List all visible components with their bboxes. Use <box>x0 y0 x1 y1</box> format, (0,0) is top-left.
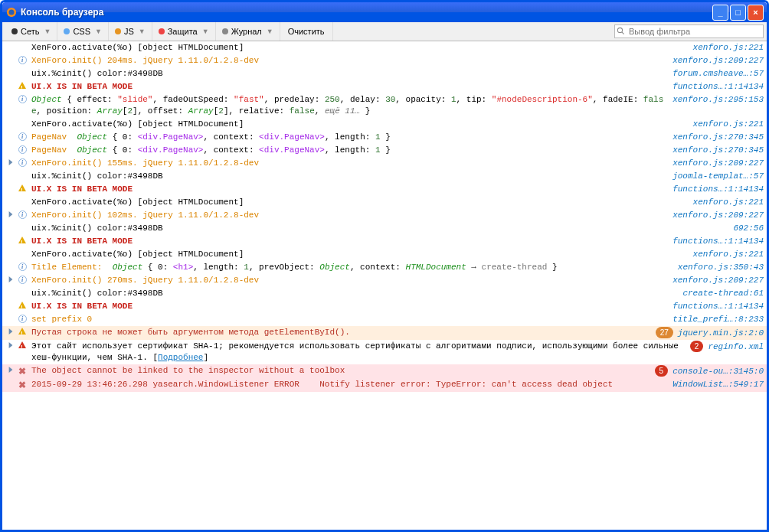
log-row[interactable]: iPageNav Object { 0: <div.PageNav>, cont… <box>2 144 767 157</box>
log-row[interactable]: ✖2015-09-29 13:46:26.298 yasearch.Window… <box>2 378 767 392</box>
log-source-link[interactable]: xenforo.js:270:345 <box>666 145 764 156</box>
warning-icon <box>18 184 26 191</box>
log-row[interactable]: Пустая строка не может быть аргументом м… <box>2 326 767 340</box>
filter-log-button[interactable]: Журнал▼ <box>216 22 280 41</box>
log-row[interactable]: uix.%cinit() color:#3498DB692:56 <box>2 222 767 235</box>
filter-css-label: CSS <box>73 27 90 36</box>
log-row[interactable]: XenForo.activate(%o) [object HTMLDocumen… <box>2 41 767 54</box>
log-row[interactable]: ✖The object cannot be linked to the insp… <box>2 364 767 378</box>
log-message: set prefix 0 <box>28 314 666 325</box>
log-source-link[interactable]: forum.cmsheave…:57 <box>666 68 764 80</box>
log-source-link[interactable]: create-thread:61 <box>676 288 764 299</box>
log-source-link[interactable]: xenforo.js:221 <box>687 197 764 208</box>
window-controls: _ □ × <box>712 5 764 21</box>
log-row[interactable]: XenForo.activate(%o) [object HTMLDocumen… <box>2 118 767 131</box>
log-source-link[interactable]: xenforo.js:295:153 <box>666 94 764 106</box>
toolbar: Сеть▼ CSS▼ JS▼ Защита▼ Журнал▼ Очистить <box>2 22 767 41</box>
log-source-link[interactable]: 692:56 <box>727 223 764 234</box>
log-row[interactable]: UI.X IS IN BETA MODEfunctions…:1:14134 <box>2 80 767 93</box>
log-message: XenForo.activate(%o) [object HTMLDocumen… <box>28 249 687 260</box>
log-row[interactable]: uix.%cinit() color:#3498DBcreate-thread:… <box>2 287 767 300</box>
collapse-toggle-icon[interactable] <box>8 276 14 282</box>
log-message: XenForo.init() 204ms. jQuery 1.11.0/1.2.… <box>28 55 666 67</box>
log-source-link[interactable]: functions…:1:14134 <box>666 184 764 195</box>
log-source-link[interactable]: functions…:1:14134 <box>666 301 764 312</box>
log-source-link[interactable]: xenforo.js:350:43 <box>672 262 764 273</box>
log-source-link[interactable]: 27jquery.min.js:2:0 <box>650 327 764 339</box>
log-source-link[interactable]: xenforo.js:270:345 <box>666 132 764 143</box>
collapse-toggle-icon[interactable] <box>8 328 14 335</box>
log-row[interactable]: UI.X IS IN BETA MODEfunctions…:1:14134 <box>2 300 767 313</box>
count-badge: 27 <box>656 327 673 338</box>
log-row[interactable]: iXenForo.init() 270ms. jQuery 1.11.0/1.2… <box>2 274 767 287</box>
collapse-toggle-icon[interactable] <box>8 342 14 348</box>
log-message: XenForo.init() 155ms. jQuery 1.11.0/1.2.… <box>28 158 666 169</box>
log-message: UI.X IS IN BETA MODE <box>28 236 666 247</box>
log-row[interactable]: uix.%cinit() color:#3498DBjoomla-templat… <box>2 170 767 183</box>
log-source-link[interactable]: 5console-ou…:3145:0 <box>649 365 764 377</box>
log-row[interactable]: iXenForo.init() 102ms. jQuery 1.11.0/1.2… <box>2 209 767 222</box>
log-row[interactable]: uix.%cinit() color:#3498DBforum.cmsheave… <box>2 67 767 80</box>
log-message: PageNav Object { 0: <div.PageNav>, conte… <box>28 145 666 156</box>
log-row[interactable]: iXenForo.init() 155ms. jQuery 1.11.0/1.2… <box>2 157 767 170</box>
log-message: XenForo.activate(%o) [object HTMLDocumen… <box>28 42 687 54</box>
log-source-link[interactable]: WindowList…:549:17 <box>666 379 764 390</box>
search-icon <box>617 27 625 37</box>
log-row[interactable]: iset prefix 0title_prefi…:8:233 <box>2 313 767 326</box>
log-source-link[interactable]: joomla-templat…:57 <box>666 171 764 182</box>
log-message: Title Element: Object { 0: <h1>, length:… <box>28 262 672 273</box>
info-icon: i <box>18 95 27 103</box>
filter-security-button[interactable]: Защита▼ <box>152 22 216 41</box>
log-source-link[interactable]: xenforo.js:209:227 <box>666 158 764 169</box>
log-row[interactable]: Этот сайт использует сертификат SHA-1; р… <box>2 340 767 364</box>
log-message: uix.%cinit() color:#3498DB <box>28 171 666 182</box>
filter-css-button[interactable]: CSS▼ <box>57 22 109 41</box>
log-message: 2015-09-29 13:46:26.298 yasearch.WindowL… <box>28 379 666 390</box>
collapse-toggle-icon[interactable] <box>8 211 14 217</box>
collapse-toggle-icon[interactable] <box>8 159 14 165</box>
log-source-link[interactable]: xenforo.js:221 <box>687 249 764 260</box>
info-icon: i <box>18 211 27 219</box>
log-source-link[interactable]: xenforo.js:221 <box>687 42 764 54</box>
log-row[interactable]: iTitle Element: Object { 0: <h1>, length… <box>2 261 767 274</box>
filter-input[interactable] <box>614 24 764 38</box>
collapse-toggle-icon[interactable] <box>8 367 14 373</box>
log-row[interactable]: UI.X IS IN BETA MODEfunctions…:1:14134 <box>2 183 767 196</box>
browser-console-window: Консоль браузера _ □ × Сеть▼ CSS▼ JS▼ За… <box>0 0 769 532</box>
dot-icon <box>159 28 165 34</box>
log-row[interactable]: XenForo.activate(%o) [object HTMLDocumen… <box>2 248 767 261</box>
close-button[interactable]: × <box>748 5 764 21</box>
info-icon: i <box>18 56 27 64</box>
log-area[interactable]: XenForo.activate(%o) [object HTMLDocumen… <box>2 41 767 530</box>
log-source-link[interactable]: xenforo.js:209:227 <box>666 55 764 67</box>
info-icon: i <box>18 158 27 167</box>
log-row[interactable]: XenForo.activate(%o) [object HTMLDocumen… <box>2 196 767 209</box>
chevron-down-icon: ▼ <box>267 28 273 35</box>
filter-js-button[interactable]: JS▼ <box>109 22 152 41</box>
firefox-icon <box>5 6 18 18</box>
info-icon: i <box>18 276 27 284</box>
log-message: XenForo.init() 102ms. jQuery 1.11.0/1.2.… <box>28 210 666 221</box>
log-source-link[interactable]: functions…:1:14134 <box>666 81 764 93</box>
log-row[interactable]: iPageNav Object { 0: <div.PageNav>, cont… <box>2 131 767 144</box>
filter-security-label: Защита <box>168 27 198 36</box>
filter-net-button[interactable]: Сеть▼ <box>5 22 57 41</box>
log-message: UI.X IS IN BETA MODE <box>28 184 666 195</box>
svg-marker-6 <box>9 276 13 282</box>
dot-icon <box>222 28 228 34</box>
clear-button[interactable]: Очистить <box>280 22 333 41</box>
log-message: PageNav Object { 0: <div.PageNav>, conte… <box>28 132 666 143</box>
window-title: Консоль браузера <box>21 7 712 18</box>
log-source-link[interactable]: xenforo.js:221 <box>687 119 764 130</box>
log-source-link[interactable]: 2reginfo.xml <box>684 341 764 353</box>
log-row[interactable]: UI.X IS IN BETA MODEfunctions…:1:14134 <box>2 235 767 248</box>
log-message: Object { effect: "slide", fadeOutSpeed: … <box>28 94 666 117</box>
log-row[interactable]: iObject { effect: "slide", fadeOutSpeed:… <box>2 93 767 118</box>
maximize-button[interactable]: □ <box>730 5 746 21</box>
log-row[interactable]: iXenForo.init() 204ms. jQuery 1.11.0/1.2… <box>2 54 767 67</box>
log-source-link[interactable]: functions…:1:14134 <box>666 236 764 247</box>
log-source-link[interactable]: xenforo.js:209:227 <box>666 210 764 221</box>
log-source-link[interactable]: title_prefi…:8:233 <box>666 314 764 325</box>
minimize-button[interactable]: _ <box>712 5 728 21</box>
log-source-link[interactable]: xenforo.js:209:227 <box>666 275 764 286</box>
